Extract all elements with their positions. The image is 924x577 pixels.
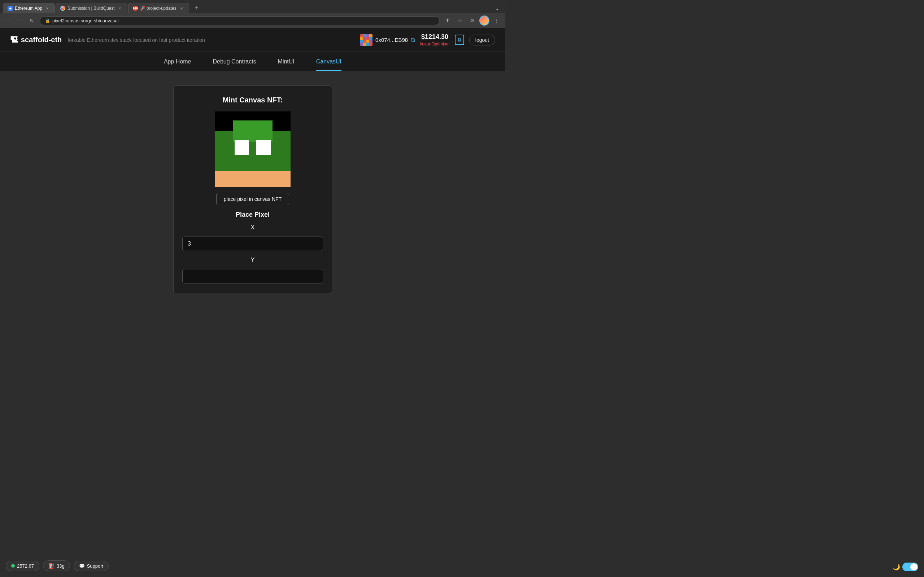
tab-close-eth[interactable]: ✕: [44, 5, 50, 11]
wallet-icon-button[interactable]: ⧉: [455, 35, 464, 45]
tab-overflow-button[interactable]: ⌄: [492, 5, 502, 11]
tab-buildquest[interactable]: 🎯 Submission | BuildQuest ✕: [56, 3, 128, 13]
svg-rect-21: [256, 140, 271, 155]
browser-chrome: ◆ Ethereum App ✕ 🎯 Submission | BuildQue…: [0, 0, 505, 28]
nft-canvas-display: [215, 111, 291, 187]
svg-rect-3: [366, 34, 369, 37]
tab-ethereum-app[interactable]: ◆ Ethereum App ✕: [3, 3, 55, 13]
canvas-card: Mint Canvas NFT: place pixel in canvas N…: [173, 85, 332, 294]
profile-avatar[interactable]: [479, 16, 489, 26]
scaffold-tagline: forkable Ethereum dev stack focused on f…: [68, 37, 205, 43]
svg-rect-20: [234, 140, 249, 155]
tab-title-eth: Ethereum App: [15, 6, 42, 11]
nav-item-app-home[interactable]: App Home: [164, 58, 191, 71]
browser-actions: ⬆ ☆ ⚙ ⋮: [443, 16, 502, 26]
bookmark-button[interactable]: ☆: [455, 16, 465, 26]
wallet-address-text: 0x074...EB98: [375, 37, 408, 43]
lock-icon: 🔒: [45, 18, 50, 23]
logout-button[interactable]: logout: [469, 35, 495, 45]
scaffold-logo: 🏗 scaffold-eth: [10, 35, 62, 45]
svg-rect-10: [363, 40, 366, 43]
nav-item-canvas-ui[interactable]: CanvasUI: [316, 58, 341, 71]
menu-button[interactable]: ⋮: [492, 16, 502, 26]
tab-favicon-bq: 🎯: [60, 6, 65, 11]
app-header: 🏗 scaffold-eth forkable Ethereum dev sta…: [0, 28, 505, 52]
svg-rect-5: [360, 37, 363, 40]
x-field-label: X: [182, 224, 323, 231]
svg-rect-13: [360, 43, 363, 46]
new-tab-button[interactable]: +: [191, 3, 201, 13]
y-field-label: Y: [182, 257, 323, 263]
y-input[interactable]: [182, 269, 323, 284]
tab-favicon-proj: 149: [133, 6, 138, 11]
nav-buttons: ← → ↻: [3, 16, 37, 26]
svg-rect-8: [369, 37, 373, 40]
nav-item-mint-ui[interactable]: MintUI: [278, 58, 294, 71]
address-bar[interactable]: 🔒 pixel2canvas.surge.sh/canvasui: [40, 16, 439, 25]
place-pixel-button[interactable]: place pixel in canvas NFT: [216, 193, 289, 205]
copy-address-icon[interactable]: ⧉: [411, 37, 415, 43]
refresh-button[interactable]: ↻: [27, 16, 37, 26]
navigation-bar: App Home Debug Contracts MintUI CanvasUI: [0, 52, 505, 71]
wallet-network-text: kovanOptimism: [420, 42, 450, 47]
wallet-balance-section: $1214.30 kovanOptimism: [420, 33, 450, 47]
scaffold-logo-text: scaffold-eth: [21, 36, 62, 44]
svg-rect-4: [369, 34, 373, 37]
svg-rect-11: [366, 40, 369, 43]
nav-item-debug-contracts[interactable]: Debug Contracts: [213, 58, 256, 71]
svg-rect-19: [233, 121, 273, 142]
svg-rect-7: [366, 37, 369, 40]
tab-close-proj[interactable]: ✕: [179, 5, 184, 11]
card-title: Mint Canvas NFT:: [223, 96, 283, 104]
scaffold-icon: 🏗: [10, 35, 18, 45]
svg-rect-15: [366, 43, 369, 46]
svg-rect-12: [369, 40, 373, 43]
tab-title-proj: 🚀 project-updates: [140, 6, 176, 11]
tab-bar: ◆ Ethereum App ✕ 🎯 Submission | BuildQue…: [0, 0, 505, 13]
wallet-avatar: [360, 34, 373, 46]
svg-rect-9: [360, 40, 363, 43]
tab-favicon-eth: ◆: [8, 6, 13, 11]
place-pixel-section-title: Place Pixel: [236, 211, 270, 219]
nft-canvas-svg: [215, 111, 291, 187]
header-right: 0x074...EB98 ⧉ $1214.30 kovanOptimism ⧉ …: [360, 33, 495, 47]
svg-rect-2: [363, 34, 366, 37]
wallet-balance-text: $1214.30: [421, 33, 448, 41]
svg-rect-22: [215, 171, 291, 187]
tab-close-bq[interactable]: ✕: [117, 5, 123, 11]
address-bar-row: ← → ↻ 🔒 pixel2canvas.surge.sh/canvasui ⬆…: [0, 13, 505, 28]
x-input[interactable]: [182, 237, 323, 251]
share-button[interactable]: ⬆: [443, 16, 452, 26]
svg-rect-16: [369, 43, 373, 46]
extensions-button[interactable]: ⚙: [467, 16, 477, 26]
wallet-address-section: 0x074...EB98 ⧉: [360, 34, 415, 46]
tab-title-bq: Submission | BuildQuest: [68, 6, 115, 11]
forward-button[interactable]: →: [15, 16, 25, 26]
tab-project-updates[interactable]: 149 🚀 project-updates ✕: [128, 3, 189, 13]
svg-rect-1: [360, 34, 363, 37]
main-content: Mint Canvas NFT: place pixel in canvas N…: [0, 71, 505, 308]
back-button[interactable]: ←: [3, 16, 14, 26]
svg-rect-14: [363, 43, 366, 46]
svg-rect-6: [363, 37, 366, 40]
balance-row: $1214.30: [421, 33, 448, 41]
url-text: pixel2canvas.surge.sh/canvasui: [52, 18, 434, 23]
